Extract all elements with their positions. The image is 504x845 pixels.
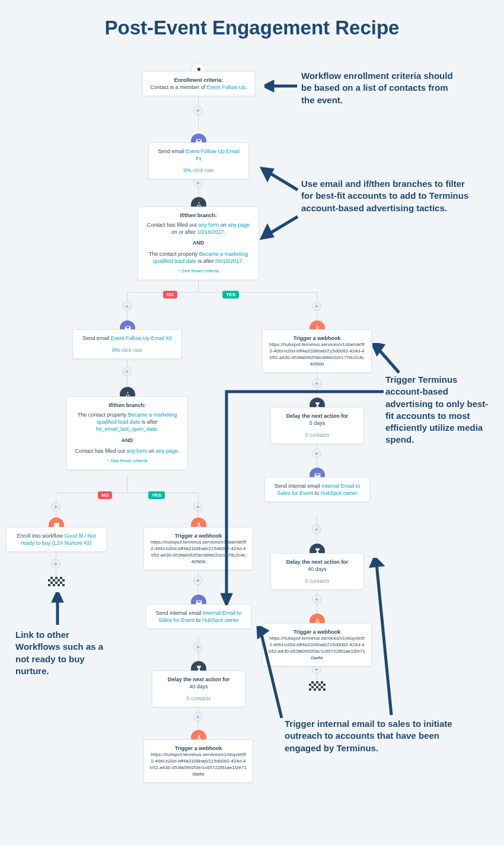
svg-marker-22 [53,592,62,601]
add-step-button[interactable]: + [193,712,203,722]
add-step-button[interactable]: + [122,301,132,311]
webhook-card[interactable]: Trigger a webhook https://hubspot.termin… [262,329,372,373]
email-link[interactable]: Event Follow Up Email #1 [186,148,240,161]
add-step-button[interactable]: + [312,301,321,311]
annotation: Use email and if/then branches to filter… [301,178,473,214]
see-fewer-link[interactable]: ^ See fewer criteria [144,268,253,275]
card-header: If/then branch: [144,212,253,219]
svg-marker-26 [371,558,382,566]
add-step-button[interactable]: + [122,367,132,376]
send-email-card[interactable]: Send email Event Follow Up Email #1 0% c… [148,142,249,179]
svg-line-16 [268,217,298,234]
send-email-card[interactable]: Send email Event Follow Up Email #2 0% c… [72,329,182,359]
svg-point-5 [197,735,199,736]
svg-line-25 [377,564,391,715]
add-step-button[interactable]: + [51,559,60,568]
svg-line-23 [261,632,282,718]
delay-card[interactable]: Delay the next action for 40 days 0 cont… [152,671,245,707]
webhook-card[interactable]: Trigger a webhook https://hubspot.termin… [143,739,253,783]
add-step-button[interactable]: + [51,502,60,512]
ifthen-branch-card[interactable]: If/then branch: The contact property Bec… [66,396,188,470]
svg-marker-20 [222,595,231,604]
webhook-url: https://hubspot.terminus.services/v1/sta… [269,342,365,367]
card-text: Contact is a member of [150,84,207,90]
email-link[interactable]: Event Follow Up Email #2 [111,335,172,341]
svg-marker-13 [264,82,273,90]
add-step-button[interactable]: + [193,178,203,188]
svg-marker-15 [262,169,272,179]
svg-point-8 [316,325,318,327]
card-header: If/then branch: [73,402,181,409]
workflow-canvas: NO YES NO YES + + + + + + + + + + + + + … [0,0,504,845]
branch-no-tag: NO [98,491,112,499]
see-fewer-link[interactable]: ^ See fewer criteria [73,458,181,465]
svg-marker-24 [258,626,267,637]
branch-no-tag: NO [163,291,177,298]
webhook-url: https://hubspot.terminus.services/v1/sto… [150,752,247,777]
add-step-button[interactable]: + [193,642,203,652]
annotation: Trigger internal email to sales to initi… [285,718,462,754]
add-step-button[interactable]: + [193,502,203,512]
card-header: Enrollment criteria: [149,77,248,84]
svg-marker-17 [262,227,272,238]
workflow-end-icon [309,681,326,691]
workflow-end-icon [48,577,65,586]
svg-line-14 [268,172,298,190]
branch-yes-tag: YES [148,491,165,499]
ifthen-branch-card[interactable]: If/then branch: Contact has filled out a… [138,207,259,280]
svg-point-2 [197,522,199,524]
annotation: Workflow enrollment criteria should be b… [301,70,461,106]
svg-point-11 [316,618,318,620]
list-link[interactable]: Event Follow Up [207,84,246,90]
annotation: Trigger Terminus account-based advertisi… [385,374,492,446]
branch-yes-tag: YES [222,291,239,298]
annotation: Link to other Workflows such as a not re… [15,629,116,677]
svg-line-18 [378,349,399,373]
internal-email-card[interactable]: Send internal email Internal Email to Sa… [146,604,251,629]
add-step-button[interactable]: + [193,106,203,115]
add-step-button[interactable]: + [193,576,203,585]
enroll-workflow-card[interactable]: Enroll into workflow Good fit / Not read… [6,527,107,552]
enrollment-card[interactable]: Enrollment criteria: Contact is a member… [142,71,255,96]
